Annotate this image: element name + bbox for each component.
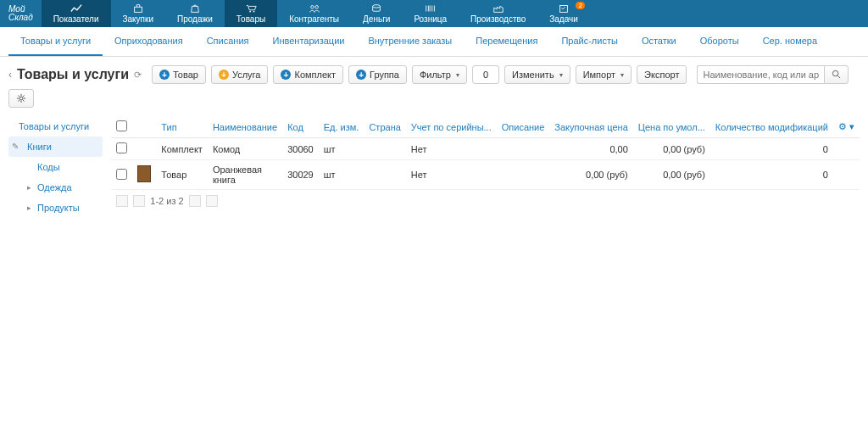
col-mod-count[interactable]: Количество модификаций [710, 116, 833, 138]
tab-inventory[interactable]: Инвентаризации [260, 27, 356, 56]
nav-label: Задачи [549, 14, 578, 24]
pager-last[interactable] [206, 195, 218, 207]
nav-sales[interactable]: Продажи [165, 0, 225, 27]
nav-money[interactable]: Деньги [351, 0, 402, 27]
tree-books[interactable]: ✎Книги [8, 137, 103, 157]
table-row[interactable]: Комплект Комод 30060 шт Нет 0,00 0,00 (р… [111, 138, 860, 160]
tab-pricelists[interactable]: Прайс-листы [549, 27, 629, 56]
nav-production[interactable]: Производство [459, 0, 537, 27]
cart-icon [245, 3, 257, 14]
svg-point-4 [314, 6, 318, 9]
table-content: Тип Наименование Код Ед. изм. Страна Уче… [111, 116, 868, 226]
category-tree: Товары и услуги ✎Книги Коды Одежда Проду… [0, 116, 111, 226]
refresh-icon[interactable]: ⟳ [134, 70, 142, 81]
cell-name: Оранжевая книга [208, 160, 282, 190]
col-default-price[interactable]: Цена по умол... [633, 116, 710, 138]
svg-point-1 [249, 11, 251, 13]
search-input[interactable] [697, 65, 824, 84]
cell-unit: шт [319, 138, 364, 160]
row-checkbox[interactable] [116, 142, 127, 153]
main-area: Товары и услуги ✎Книги Коды Одежда Проду… [0, 116, 868, 226]
tab-turnover[interactable]: Обороты [688, 27, 751, 56]
tree-root[interactable]: Товары и услуги [8, 116, 103, 137]
col-name[interactable]: Наименование [208, 116, 282, 138]
barcode-icon [425, 3, 437, 14]
col-desc[interactable]: Описание [497, 116, 550, 138]
col-serial[interactable]: Учет по серийны... [406, 116, 497, 138]
col-code[interactable]: Код [282, 116, 319, 138]
nav-contractors[interactable]: Контрагенты [277, 0, 351, 27]
cell-unit: шт [319, 160, 364, 190]
cell-default-price: 0,00 (руб) [633, 138, 710, 160]
nav-indicators[interactable]: Показатели [42, 0, 111, 27]
pager: 1-2 из 2 [111, 190, 860, 212]
svg-point-8 [19, 97, 23, 100]
plus-icon: + [159, 70, 170, 80]
cell-buy-price: 0,00 (руб) [549, 160, 632, 190]
nav-goods[interactable]: Товары [225, 0, 277, 27]
col-country[interactable]: Страна [364, 116, 405, 138]
select-all-checkbox[interactable] [116, 120, 127, 131]
tree-products[interactable]: Продукты [8, 198, 103, 218]
pager-first[interactable] [116, 195, 128, 207]
row-checkbox[interactable] [116, 169, 127, 180]
chart-icon [70, 3, 82, 14]
table-row[interactable]: Товар Оранжевая книга 30029 шт Нет 0,00 … [111, 160, 860, 190]
settings-button[interactable] [8, 89, 34, 108]
nav-label: Закупки [123, 14, 153, 24]
nav-retail[interactable]: Розница [402, 0, 459, 27]
pager-prev[interactable] [133, 195, 145, 207]
tab-goods-services[interactable]: Товары и услуги [8, 27, 103, 56]
nav-label: Продажи [177, 14, 213, 24]
nav-label: Деньги [363, 14, 390, 24]
factory-icon [492, 3, 504, 14]
cell-code: 30060 [282, 138, 319, 160]
tree-clothes[interactable]: Одежда [8, 177, 103, 198]
cell-desc [497, 160, 550, 190]
inbox-icon [132, 3, 144, 14]
tab-serials[interactable]: Сер. номера [751, 27, 829, 56]
selection-counter: 0 [472, 65, 499, 84]
modify-button[interactable]: Изменить▾ [504, 65, 570, 84]
tab-stock[interactable]: Остатки [630, 27, 688, 56]
tab-transfers[interactable]: Перемещения [464, 27, 549, 56]
col-settings[interactable]: ⚙ ▾ [833, 116, 860, 138]
add-service-button[interactable]: +Услуга [211, 65, 269, 84]
col-thumb [132, 116, 156, 138]
svg-point-2 [253, 11, 255, 13]
nav-label: Производство [470, 14, 526, 24]
product-thumbnail [137, 165, 151, 182]
nav-label: Контрагенты [289, 14, 339, 24]
pager-next[interactable] [189, 195, 201, 207]
cell-country [364, 138, 405, 160]
chev-left-icon[interactable]: ‹ [8, 69, 12, 81]
export-button[interactable]: Экспорт [637, 65, 687, 84]
tree-codes[interactable]: Коды [8, 157, 103, 177]
tab-receipts[interactable]: Оприходования [103, 27, 195, 56]
coins-icon [370, 3, 382, 14]
cell-mods: 0 [710, 160, 833, 190]
import-button[interactable]: Импорт▾ [576, 65, 632, 84]
add-kit-button[interactable]: +Комплект [273, 65, 343, 84]
nav-tasks[interactable]: 2 Задачи [537, 0, 590, 27]
brand-logo[interactable]: Мой Склад [0, 0, 42, 27]
plus-icon: + [281, 70, 291, 80]
row-thumb [132, 160, 156, 190]
gear-icon [16, 93, 26, 103]
tab-writeoffs[interactable]: Списания [195, 27, 261, 56]
pager-text: 1-2 из 2 [150, 196, 183, 206]
tab-internal-orders[interactable]: Внутренние заказы [356, 27, 464, 56]
col-unit[interactable]: Ед. изм. [319, 116, 364, 138]
plus-icon: + [219, 70, 229, 80]
cell-code: 30029 [282, 160, 319, 190]
col-type[interactable]: Тип [156, 116, 208, 138]
add-group-button[interactable]: +Группа [348, 65, 407, 84]
cell-country [364, 160, 405, 190]
row-thumb [132, 138, 156, 160]
search-button[interactable] [824, 65, 849, 84]
col-buy-price[interactable]: Закупочная цена [549, 116, 632, 138]
nav-purchases[interactable]: Закупки [111, 0, 165, 27]
filter-button[interactable]: Фильтр▾ [412, 65, 467, 84]
add-product-button[interactable]: +Товар [152, 65, 206, 84]
svg-point-3 [310, 6, 314, 9]
